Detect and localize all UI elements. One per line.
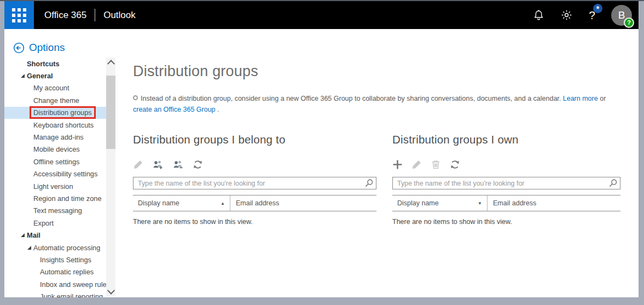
info-bullet-icon: [133, 95, 138, 100]
sidebar-item-manage-add-ins[interactable]: Manage add-ins: [4, 131, 106, 143]
help-new-badge: *: [593, 4, 602, 13]
sidebar-item-label: Shortcuts: [27, 60, 60, 68]
sidebar-item-label: My account: [33, 84, 69, 92]
chevron-up-icon: [107, 60, 114, 67]
sidebar-item-label: Region and time zone: [33, 194, 102, 203]
sidebar-item-text-messaging[interactable]: Text messaging: [4, 205, 106, 217]
avatar-help-badge: ?: [624, 18, 634, 28]
scrollbar-thumb[interactable]: [106, 76, 115, 149]
back-arrow-icon: [13, 42, 25, 54]
own-toolbar: [392, 158, 620, 170]
learn-more-link[interactable]: Learn more: [563, 95, 598, 102]
sidebar-item-label: Text messaging: [33, 206, 82, 215]
edit-icon[interactable]: [411, 159, 422, 170]
scroll-down-button[interactable]: [106, 287, 115, 295]
display-name-label: Display name: [397, 199, 439, 207]
sidebar-item-label: Insights Settings: [40, 256, 91, 264]
options-back-link[interactable]: Options: [13, 42, 65, 54]
sidebar-item-label: Automatic processing: [33, 244, 100, 252]
options-sidebar: ShortcutsGeneralMy accountChange themeDi…: [4, 57, 115, 297]
sidebar-item-export[interactable]: Export: [4, 217, 106, 229]
own-search: [392, 177, 620, 189]
options-title: Options: [29, 42, 65, 54]
sidebar-item-shortcuts[interactable]: Shortcuts: [4, 57, 106, 70]
notice-period: .: [216, 106, 219, 113]
sidebar-item-label: Change theme: [33, 96, 79, 105]
own-empty-message: There are no items to show in this view.: [392, 218, 620, 226]
belong-to-toolbar: [133, 158, 376, 170]
sidebar-item-junk-email-reporting[interactable]: Junk email reporting: [4, 290, 106, 297]
expand-arrow-icon: [21, 74, 27, 78]
sidebar-item-label: Inbox and sweep rules: [40, 280, 106, 289]
sidebar-item-label: Keyboard shortcuts: [33, 121, 94, 129]
belong-to-table-header: Display name ▲ Email address: [133, 195, 376, 211]
create-group-link[interactable]: create an Office 365 Group: [133, 106, 216, 113]
sidebar-item-label: Distribution groups: [31, 108, 94, 117]
new-group-icon[interactable]: [392, 159, 403, 170]
search-icon[interactable]: [608, 179, 618, 190]
sidebar-item-insights-settings[interactable]: Insights Settings: [4, 254, 106, 266]
sidebar-item-label: Mobile devices: [33, 145, 80, 153]
search-icon[interactable]: [364, 179, 374, 190]
delete-trash-icon[interactable]: [431, 159, 441, 170]
sidebar-item-keyboard-shortcuts[interactable]: Keyboard shortcuts: [4, 119, 106, 131]
sidebar-item-mail[interactable]: Mail: [4, 229, 106, 241]
sidebar-item-distribution-groups[interactable]: Distribution groups: [4, 107, 106, 119]
account-avatar[interactable]: B ?: [611, 5, 632, 26]
refresh-icon[interactable]: [193, 159, 203, 170]
sort-descending-icon: ▼: [478, 201, 482, 206]
join-group-icon[interactable]: [152, 159, 164, 170]
sidebar-scrollbar[interactable]: [106, 57, 115, 296]
scroll-up-button[interactable]: [106, 59, 115, 67]
sidebar-item-accessibility-settings[interactable]: Accessibility settings: [4, 168, 106, 180]
brand-separator: [95, 9, 95, 21]
sidebar-item-offline-settings[interactable]: Offline settings: [4, 156, 106, 168]
sidebar-item-label: Junk email reporting: [40, 292, 103, 297]
sidebar-item-general[interactable]: General: [4, 70, 106, 82]
sidebar-item-change-theme[interactable]: Change theme: [4, 94, 106, 106]
app-window: Office 365 Outlook ? *: [4, 1, 639, 297]
sidebar-item-label: Manage add-ins: [33, 133, 84, 141]
sidebar-item-light-version[interactable]: Light version: [4, 180, 106, 192]
refresh-icon[interactable]: [450, 159, 460, 170]
sidebar-item-inbox-and-sweep-rules[interactable]: Inbox and sweep rules: [4, 278, 106, 290]
belong-to-search: [133, 177, 376, 189]
email-address-column-header[interactable]: Email address: [488, 199, 536, 207]
sidebar-item-mobile-devices[interactable]: Mobile devices: [4, 143, 106, 156]
belong-to-empty-message: There are no items to show in this view.: [133, 218, 376, 226]
sidebar-item-label: Light version: [33, 182, 73, 191]
notifications-bell-icon[interactable]: [532, 9, 545, 21]
expand-arrow-icon: [21, 233, 27, 237]
groups-own-panel: Distribution groups I own: [392, 124, 620, 297]
sidebar-item-label: General: [27, 72, 53, 80]
sidebar-item-region-and-time-zone[interactable]: Region and time zone: [4, 192, 106, 204]
sidebar-item-label: Offline settings: [33, 158, 79, 166]
chevron-down-icon: [107, 286, 114, 294]
own-search-input[interactable]: [392, 177, 620, 189]
sidebar-item-automatic-processing[interactable]: Automatic processing: [4, 241, 106, 254]
info-notice: Instead of a distribution group, conside…: [133, 93, 617, 115]
leave-group-icon[interactable]: [172, 159, 184, 170]
office365-brand-link[interactable]: Office 365: [44, 10, 86, 21]
expand-arrow-icon: [27, 246, 33, 250]
display-name-column-header[interactable]: Display name ▼: [392, 195, 487, 211]
email-address-column-header[interactable]: Email address: [230, 199, 279, 207]
waffle-icon: [12, 8, 26, 22]
display-name-column-header[interactable]: Display name ▲: [133, 195, 230, 211]
settings-gear-icon[interactable]: [560, 9, 573, 21]
avatar-initial: B: [618, 9, 625, 21]
outlook-app-link[interactable]: Outlook: [103, 10, 136, 21]
page-title: Distribution groups: [133, 63, 625, 80]
sidebar-item-automatic-replies[interactable]: Automatic replies: [4, 266, 106, 278]
sidebar-item-label: Automatic replies: [40, 268, 94, 276]
sidebar-item-label: Export: [33, 219, 54, 227]
sidebar-item-label: Accessibility settings: [33, 170, 97, 178]
display-name-label: Display name: [138, 199, 179, 207]
help-button[interactable]: ? *: [588, 9, 596, 22]
sidebar-item-my-account[interactable]: My account: [4, 82, 106, 94]
belong-to-search-input[interactable]: [133, 177, 376, 189]
app-launcher-button[interactable]: [4, 1, 34, 29]
edit-icon[interactable]: [133, 159, 143, 170]
suite-bar: Office 365 Outlook ? *: [4, 1, 639, 29]
groups-belong-to-panel: Distribution groups I belong to: [133, 124, 376, 297]
